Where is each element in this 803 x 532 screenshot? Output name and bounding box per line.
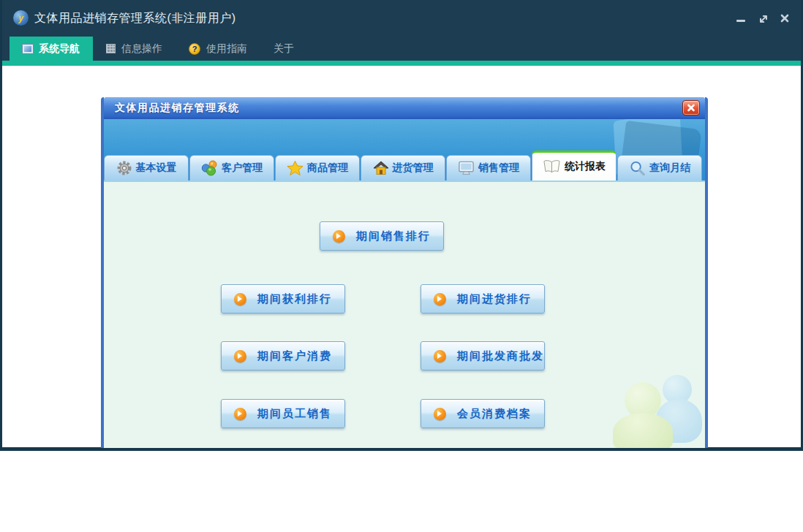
- dialog-tab-row: 基本设置 客户管理 商品管理: [104, 151, 705, 180]
- report-button-label: 期间批发商批发: [457, 349, 544, 363]
- minimize-button[interactable]: [732, 10, 750, 27]
- arrow-icon: [434, 293, 446, 305]
- menu-item-about[interactable]: 关于: [260, 37, 307, 61]
- tab-label: 查询月结: [649, 162, 690, 175]
- tab-sales-management[interactable]: 销售管理: [446, 155, 531, 180]
- tab-product-management[interactable]: 商品管理: [275, 155, 360, 180]
- dialog-title: 文体用品进销存管理系统: [115, 102, 240, 115]
- close-button[interactable]: [776, 10, 793, 27]
- menu-item-label: 关于: [274, 42, 294, 56]
- monitor-icon: [458, 160, 475, 176]
- menu-item-user-guide[interactable]: ? 使用指南: [176, 37, 260, 61]
- report-button-label: 期间获利排行: [257, 292, 332, 306]
- arrow-icon: [234, 293, 246, 305]
- window-controls: [732, 0, 793, 37]
- titlebar: y 文体用品进销存管理系统(非注册用户): [2, 0, 801, 37]
- report-button-label: 期间员工销售: [257, 407, 332, 421]
- report-button-label: 期间销售排行: [356, 229, 431, 243]
- gear-icon: [116, 160, 132, 176]
- tab-customer-management[interactable]: 客户管理: [189, 155, 274, 180]
- button-period-profit-ranking[interactable]: 期间获利排行: [221, 284, 345, 314]
- button-period-sales-ranking[interactable]: 期间销售排行: [320, 221, 444, 251]
- accent-line: [2, 61, 801, 66]
- search-icon: [629, 160, 646, 176]
- minimize-icon: [736, 20, 745, 22]
- arrow-icon: [434, 408, 446, 420]
- tab-label: 商品管理: [307, 162, 348, 175]
- tab-label: 客户管理: [222, 162, 263, 175]
- tab-purchase-management[interactable]: 进货管理: [361, 155, 445, 180]
- report-button-label: 会员消费档案: [457, 407, 532, 421]
- menu-item-label: 信息操作: [121, 42, 162, 56]
- menu-item-label: 系统导航: [39, 42, 80, 56]
- menu-item-system-navigation[interactable]: 系统导航: [10, 37, 93, 61]
- house-icon: [373, 160, 389, 176]
- tab-statistics-reports[interactable]: 统计报表: [532, 151, 617, 180]
- help-icon: ?: [189, 43, 200, 55]
- menu-item-information-operations[interactable]: 信息操作: [93, 37, 176, 61]
- tab-query-monthly-settlement[interactable]: 查询月结: [617, 155, 702, 180]
- button-period-customer-consumption[interactable]: 期间客户消费: [221, 341, 345, 370]
- tab-label: 基本设置: [136, 162, 177, 175]
- tab-label: 进货管理: [393, 162, 434, 175]
- restore-button[interactable]: [754, 10, 772, 27]
- help-glyph: ?: [192, 45, 197, 53]
- window-icon: [23, 45, 33, 53]
- tab-label: 销售管理: [478, 162, 519, 175]
- tab-basic-settings[interactable]: 基本设置: [104, 155, 189, 180]
- menu-item-label: 使用指南: [206, 42, 247, 56]
- app-window: y 文体用品进销存管理系统(非注册用户) 系统导航: [0, 0, 803, 451]
- buddies-watermark-icon: [613, 375, 702, 448]
- customers-icon: [201, 160, 218, 176]
- app-logo-letter: y: [18, 13, 23, 23]
- menubar: 系统导航 信息操作 ? 使用指南 关于: [2, 37, 801, 61]
- dialog-window: 文体用品进销存管理系统 基本设置: [101, 97, 708, 448]
- tab-label: 统计报表: [565, 160, 606, 173]
- close-icon: [780, 13, 790, 23]
- star-icon: [287, 160, 304, 176]
- button-period-wholesaler-wholesale[interactable]: 期间批发商批发: [421, 341, 545, 370]
- dialog-close-button[interactable]: [682, 100, 700, 115]
- button-period-purchase-ranking[interactable]: 期间进货排行: [421, 284, 545, 314]
- dialog-content: 期间销售排行 期间获利排行 期间进货排行 期间客户消费 期间批发商批发 期间员工: [104, 180, 705, 448]
- report-button-label: 期间进货排行: [457, 292, 532, 306]
- dialog-banner: 基本设置 客户管理 商品管理: [104, 119, 705, 180]
- arrow-icon: [234, 408, 246, 420]
- report-button-label: 期间客户消费: [257, 349, 332, 363]
- arrow-icon: [333, 230, 345, 243]
- button-period-employee-sales[interactable]: 期间员工销售: [221, 399, 345, 428]
- grid-icon: [106, 44, 116, 53]
- button-member-consumption-archive[interactable]: 会员消费档案: [421, 399, 545, 428]
- dialog-titlebar: 文体用品进销存管理系统: [104, 97, 705, 119]
- app-title: 文体用品进销存管理系统(非注册用户): [34, 0, 236, 37]
- arrow-icon: [434, 350, 446, 362]
- app-logo-icon: y: [13, 10, 29, 26]
- dialog-close-icon: [687, 104, 695, 112]
- restore-icon: [758, 13, 768, 23]
- arrow-icon: [234, 350, 246, 362]
- book-icon: [543, 159, 561, 175]
